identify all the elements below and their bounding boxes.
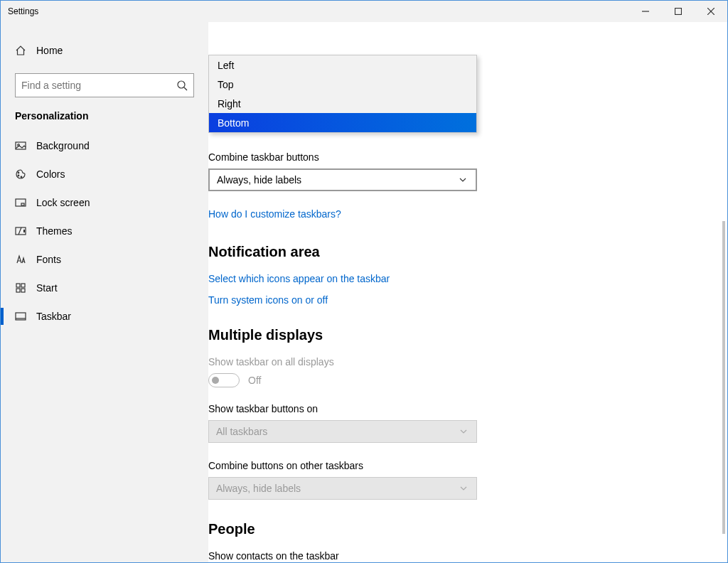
sidebar-item-themes[interactable]: Themes <box>15 217 194 245</box>
titlebar: Settings <box>1 1 727 22</box>
sidebar-item-fonts[interactable]: Fonts <box>15 245 194 274</box>
svg-rect-15 <box>21 284 25 287</box>
svg-rect-12 <box>21 203 24 205</box>
chevron-down-icon <box>457 174 469 186</box>
dropdown-option-bottom[interactable]: Bottom <box>209 113 476 132</box>
sidebar-item-label: Colors <box>36 168 65 180</box>
sidebar-nav: Background Colors Lock screen Themes Fon… <box>15 132 194 331</box>
sidebar-item-start[interactable]: Start <box>15 274 194 302</box>
system-icons-link[interactable]: Turn system icons on or off <box>208 294 477 306</box>
taskbar-icon <box>15 311 26 322</box>
dropdown-option-right[interactable]: Right <box>209 94 476 113</box>
settings-window: Settings Home Personalization Background <box>0 0 728 563</box>
sidebar-item-label: Start <box>36 282 58 294</box>
customize-taskbars-link[interactable]: How do I customize taskbars? <box>208 208 477 220</box>
svg-rect-14 <box>16 284 20 287</box>
svg-point-9 <box>18 175 19 176</box>
svg-rect-16 <box>16 289 20 292</box>
show-buttons-on-combo: All taskbars <box>208 420 477 443</box>
main-content: Left Top Right Bottom Combine taskbar bu… <box>208 22 727 562</box>
window-controls <box>629 1 727 22</box>
dropdown-option-top[interactable]: Top <box>209 75 476 94</box>
combo-value: Always, hide labels <box>217 174 301 186</box>
combo-value: Always, hide labels <box>216 483 301 494</box>
people-heading: People <box>208 521 477 537</box>
notification-area-heading: Notification area <box>208 244 477 260</box>
sidebar: Home Personalization Background Colors L <box>1 22 208 562</box>
sidebar-item-lockscreen[interactable]: Lock screen <box>15 188 194 217</box>
svg-line-5 <box>184 87 187 90</box>
sidebar-item-label: Background <box>36 140 90 151</box>
combine-other-label: Combine buttons on other taskbars <box>208 460 477 471</box>
chevron-down-icon <box>458 483 469 494</box>
content-column: Left Top Right Bottom Combine taskbar bu… <box>208 55 477 562</box>
search-input[interactable] <box>21 80 176 91</box>
show-taskbar-all-label: Show taskbar on all displays <box>208 356 477 368</box>
sidebar-item-colors[interactable]: Colors <box>15 160 194 188</box>
combine-other-combo: Always, hide labels <box>208 477 477 500</box>
close-button[interactable] <box>695 1 727 22</box>
scrollbar-thumb[interactable] <box>722 221 725 534</box>
svg-point-10 <box>21 176 22 178</box>
show-contacts-label: Show contacts on the taskbar <box>208 550 477 562</box>
select-icons-link[interactable]: Select which icons appear on the taskbar <box>208 273 477 284</box>
toggle-state: Off <box>248 375 261 386</box>
show-taskbar-all-toggle-row: Off <box>208 373 477 387</box>
home-label: Home <box>36 45 63 56</box>
palette-icon <box>15 168 26 180</box>
combine-taskbar-combo[interactable]: Always, hide labels <box>208 168 477 191</box>
multiple-displays-heading: Multiple displays <box>208 327 477 343</box>
search-icon <box>176 80 188 91</box>
home-nav[interactable]: Home <box>15 36 194 65</box>
svg-rect-17 <box>21 289 25 292</box>
sidebar-item-taskbar[interactable]: Taskbar <box>15 302 194 331</box>
show-taskbar-all-toggle <box>208 373 240 387</box>
sidebar-item-label: Taskbar <box>36 311 71 322</box>
home-icon <box>15 45 26 56</box>
sidebar-item-label: Lock screen <box>36 197 90 208</box>
show-buttons-on-label: Show taskbar buttons on <box>208 403 477 414</box>
scrollbar[interactable] <box>715 22 727 562</box>
window-body: Home Personalization Background Colors L <box>1 22 727 562</box>
maximize-button[interactable] <box>662 1 695 22</box>
window-title: Settings <box>8 6 38 16</box>
lockscreen-icon <box>15 197 26 208</box>
dropdown-option-left[interactable]: Left <box>209 55 476 75</box>
sidebar-item-label: Themes <box>36 225 73 237</box>
svg-point-4 <box>178 81 185 88</box>
taskbar-location-dropdown[interactable]: Left Top Right Bottom <box>208 55 477 133</box>
themes-icon <box>15 225 26 237</box>
picture-icon <box>15 140 26 151</box>
start-icon <box>15 282 26 294</box>
sidebar-item-background[interactable]: Background <box>15 132 194 160</box>
svg-point-8 <box>18 172 19 173</box>
minimize-button[interactable] <box>629 1 662 22</box>
sidebar-item-label: Fonts <box>36 254 61 265</box>
combine-taskbar-label: Combine taskbar buttons <box>208 151 477 163</box>
search-box[interactable] <box>15 73 194 97</box>
chevron-down-icon <box>458 426 469 437</box>
category-title: Personalization <box>15 110 194 122</box>
svg-rect-1 <box>675 9 682 15</box>
combo-value: All taskbars <box>216 426 267 437</box>
fonts-icon <box>15 254 26 265</box>
